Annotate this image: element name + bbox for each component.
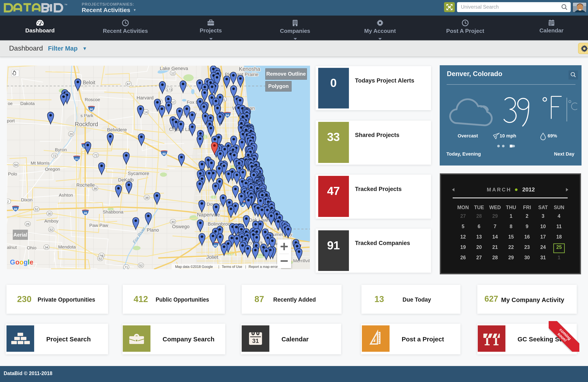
svg-text:2012: 2012 xyxy=(522,186,535,193)
svg-text:Amboy: Amboy xyxy=(44,219,59,223)
svg-text:MON: MON xyxy=(457,204,469,210)
svg-text:1: 1 xyxy=(558,255,561,260)
svg-text:Joliet: Joliet xyxy=(206,254,218,260)
svg-text:52: 52 xyxy=(35,207,39,211)
svg-text:Harvard: Harvard xyxy=(137,95,153,101)
svg-text:Ashton: Ashton xyxy=(59,193,73,198)
svg-text:Sycamore: Sycamore xyxy=(128,171,149,176)
svg-text:Mt Morris: Mt Morris xyxy=(31,161,50,165)
svg-text:14: 14 xyxy=(492,234,498,240)
svg-text:26: 26 xyxy=(26,222,30,226)
svg-text:28: 28 xyxy=(476,213,482,219)
svg-text:l: l xyxy=(28,258,29,266)
svg-text:Kenosha: Kenosha xyxy=(239,66,260,72)
svg-text:s Park: s Park xyxy=(81,113,93,118)
svg-text:31: 31 xyxy=(252,338,258,344)
svg-text:Terms of Use: Terms of Use xyxy=(222,265,242,269)
svg-text:9: 9 xyxy=(526,223,528,229)
svg-text:25: 25 xyxy=(556,244,562,250)
svg-text:14: 14 xyxy=(144,110,148,114)
svg-text:Plano: Plano xyxy=(147,227,159,233)
svg-text:30: 30 xyxy=(171,220,175,224)
svg-text:19: 19 xyxy=(460,244,466,250)
svg-text:34: 34 xyxy=(45,245,48,249)
svg-text:Report a map error: Report a map error xyxy=(249,265,278,269)
svg-text:20: 20 xyxy=(476,244,482,250)
svg-text:o: o xyxy=(15,258,19,266)
svg-text:26: 26 xyxy=(460,255,466,260)
svg-text:MARCH: MARCH xyxy=(487,186,511,192)
svg-text:|: | xyxy=(245,265,246,269)
svg-text:8: 8 xyxy=(510,223,513,229)
svg-text:173: 173 xyxy=(167,88,172,91)
svg-text:5: 5 xyxy=(462,223,464,229)
svg-text:TM: TM xyxy=(64,3,67,6)
svg-text:|: | xyxy=(218,265,219,269)
svg-text:g: g xyxy=(23,258,27,266)
svg-text:27: 27 xyxy=(476,255,482,260)
svg-text:Map data ©2018 Google: Map data ©2018 Google xyxy=(175,265,213,269)
svg-text:88: 88 xyxy=(14,207,17,211)
svg-text:13: 13 xyxy=(476,234,482,240)
svg-text:port: port xyxy=(7,118,15,123)
svg-text:28: 28 xyxy=(492,255,498,260)
svg-text:Aerial: Aerial xyxy=(13,232,27,238)
svg-text:72: 72 xyxy=(94,153,98,157)
svg-text:31: 31 xyxy=(540,255,546,260)
svg-text:o: o xyxy=(20,258,23,266)
svg-text:Rockford: Rockford xyxy=(75,121,98,127)
svg-text:251: 251 xyxy=(75,158,79,161)
svg-text:67: 67 xyxy=(127,82,130,86)
svg-text:2: 2 xyxy=(526,213,528,219)
svg-text:94: 94 xyxy=(226,114,229,117)
svg-text:355: 355 xyxy=(213,244,217,247)
svg-text:29: 29 xyxy=(492,213,498,219)
svg-text:30: 30 xyxy=(524,255,530,260)
svg-text:30: 30 xyxy=(48,212,51,215)
svg-text:Lake Geneva: Lake Geneva xyxy=(160,66,188,71)
svg-text:G: G xyxy=(10,258,15,266)
svg-text:WED: WED xyxy=(489,204,501,210)
svg-text:4: 4 xyxy=(558,213,561,219)
svg-text:12: 12 xyxy=(171,71,175,75)
svg-text:7: 7 xyxy=(494,223,497,229)
svg-text:Ohio: Ohio xyxy=(27,245,36,250)
svg-text:1: 1 xyxy=(510,213,513,219)
svg-text:11: 11 xyxy=(556,223,562,229)
svg-text:Roscoe: Roscoe xyxy=(85,97,100,102)
svg-text:Rochelle: Rochelle xyxy=(76,182,95,188)
svg-text:64: 64 xyxy=(14,163,18,167)
svg-text:Oregon: Oregon xyxy=(45,167,60,172)
svg-text:Dakota: Dakota xyxy=(20,101,35,106)
svg-text:THU: THU xyxy=(506,204,516,210)
svg-text:71: 71 xyxy=(125,265,128,269)
svg-text:38: 38 xyxy=(145,196,149,200)
svg-text:alnut: alnut xyxy=(7,245,17,250)
svg-text:Dixon: Dixon xyxy=(21,197,33,202)
svg-text:Polo: Polo xyxy=(8,171,17,176)
svg-text:3: 3 xyxy=(542,213,545,219)
svg-text:6: 6 xyxy=(478,223,481,229)
svg-text:FRI: FRI xyxy=(523,204,531,210)
svg-text:DeKalb: DeKalb xyxy=(118,177,134,182)
svg-text:oe: oe xyxy=(8,101,13,106)
svg-text:22: 22 xyxy=(508,244,514,250)
svg-text:Polygon: Polygon xyxy=(268,83,289,89)
svg-text:29: 29 xyxy=(508,255,514,260)
svg-text:2: 2 xyxy=(7,200,9,203)
svg-text:90: 90 xyxy=(90,108,93,111)
svg-text:20: 20 xyxy=(69,132,73,136)
svg-text:Byron: Byron xyxy=(55,147,67,152)
svg-text:SAT: SAT xyxy=(538,204,548,210)
svg-text:Remove Outline: Remove Outline xyxy=(266,71,306,77)
svg-text:16: 16 xyxy=(524,234,530,240)
svg-text:52: 52 xyxy=(99,257,102,260)
svg-text:24: 24 xyxy=(540,244,546,250)
svg-text:12: 12 xyxy=(171,100,175,104)
svg-text:27: 27 xyxy=(460,213,466,219)
svg-text:TUE: TUE xyxy=(474,204,484,210)
svg-text:10: 10 xyxy=(540,223,546,229)
svg-text:39: 39 xyxy=(84,211,87,215)
svg-text:Shabbona: Shabbona xyxy=(103,209,124,214)
svg-text:15: 15 xyxy=(508,234,514,240)
